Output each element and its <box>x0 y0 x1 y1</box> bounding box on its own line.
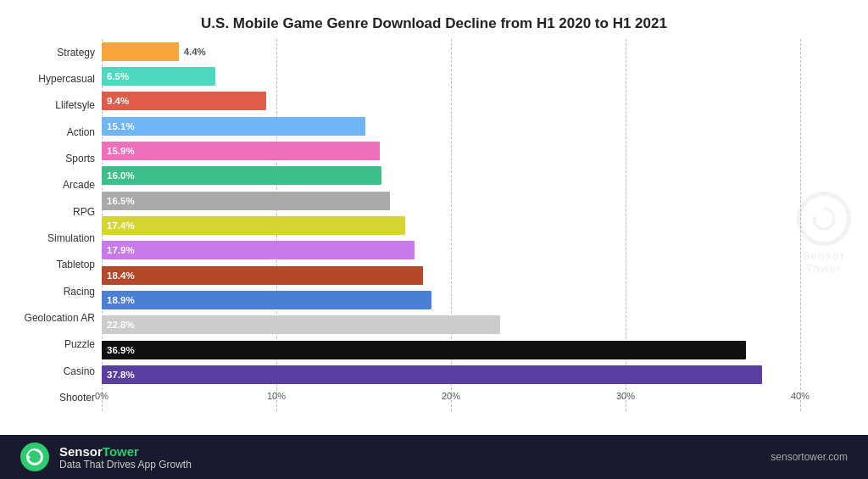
x-tick-20: 20% <box>442 391 460 401</box>
y-label-action: Action <box>8 121 102 143</box>
bar-rpg: 16.5% <box>102 192 390 210</box>
footer-url: sensortower.com <box>771 451 848 463</box>
chart-title: U.S. Mobile Game Genre Download Decline … <box>0 0 868 39</box>
footer: SensorTower Data That Drives App Growth … <box>0 435 868 479</box>
bar-strategy <box>102 42 179 61</box>
bar-row-casino: 36.9% <box>102 339 800 361</box>
watermark: Sensor Tower <box>797 192 851 275</box>
footer-brand: SensorTower Data That Drives App Growth <box>59 444 192 471</box>
bar-row-strategy: 4.4% <box>102 41 800 63</box>
y-label-sports: Sports <box>8 148 102 170</box>
y-label-arcade: Arcade <box>8 174 102 196</box>
bar-row-tabletop: 17.9% <box>102 239 800 261</box>
bar-arcade: 16.0% <box>102 166 381 185</box>
x-tick-10: 10% <box>267 391 286 401</box>
bar-row-rpg: 16.5% <box>102 190 800 212</box>
footer-brand-accent: Tower <box>103 444 139 459</box>
bar-row-arcade: 16.0% <box>102 164 800 187</box>
bar-row-action: 15.1% <box>102 115 800 137</box>
x-tick-30: 30% <box>616 391 635 401</box>
bar-tabletop: 17.9% <box>102 241 415 259</box>
bars-section: 4.4%6.5%9.4%15.1%15.9%16.0%16.5%17.4%17.… <box>102 39 800 435</box>
bar-row-llifetsyle: 9.4% <box>102 90 800 112</box>
bar-value-action: 15.1% <box>107 121 135 131</box>
y-label-shooter: Shooter <box>8 387 102 409</box>
y-label-llifetsyle: Llifetsyle <box>8 94 102 116</box>
y-label-casino: Casino <box>8 360 102 382</box>
bar-value-arcade: 16.0% <box>107 170 135 181</box>
footer-brand-name: SensorTower <box>59 444 192 459</box>
bar-value-hypercasual: 6.5% <box>107 71 129 81</box>
footer-logo <box>20 443 49 471</box>
y-label-simulation: Simulation <box>8 227 102 249</box>
chart-area: StrategyHypercasualLlifetsyleActionSport… <box>0 39 868 435</box>
y-labels: StrategyHypercasualLlifetsyleActionSport… <box>8 39 102 435</box>
bar-row-geolocation-ar: 18.9% <box>102 289 800 311</box>
bar-value-rpg: 16.5% <box>107 196 135 206</box>
bar-value-simulation: 17.4% <box>107 220 135 231</box>
bar-rows: 4.4%6.5%9.4%15.1%15.9%16.0%16.5%17.4%17.… <box>102 39 800 387</box>
x-axis: 0% 10% 20% 30% 40% <box>102 387 800 411</box>
bar-hypercasual: 6.5% <box>102 67 215 86</box>
bar-action: 15.1% <box>102 117 365 136</box>
bar-puzzle: 22.8% <box>102 315 500 334</box>
x-tick-40: 40% <box>791 391 810 401</box>
bar-casino: 36.9% <box>102 341 746 359</box>
x-tick-0: 0% <box>95 391 108 401</box>
bar-row-simulation: 17.4% <box>102 214 800 237</box>
bar-value-shooter: 37.8% <box>107 370 135 380</box>
bar-row-sports: 15.9% <box>102 140 800 162</box>
y-label-racing: Racing <box>8 281 102 303</box>
chart-container: U.S. Mobile Game Genre Download Decline … <box>0 0 868 479</box>
bar-shooter: 37.8% <box>102 365 762 384</box>
y-label-rpg: RPG <box>8 201 102 223</box>
bar-sports: 15.9% <box>102 142 380 160</box>
bar-row-shooter: 37.8% <box>102 364 800 386</box>
bar-value-sports: 15.9% <box>107 146 135 156</box>
bar-geolocation-ar: 18.9% <box>102 291 431 309</box>
bar-value-geolocation-ar: 18.9% <box>107 295 135 305</box>
bar-racing: 18.4% <box>102 266 423 285</box>
footer-tagline: Data That Drives App Growth <box>59 459 192 471</box>
bar-value-racing: 18.4% <box>107 270 135 281</box>
bar-row-racing: 18.4% <box>102 265 800 287</box>
bar-value-tabletop: 17.9% <box>107 245 135 255</box>
y-label-puzzle: Puzzle <box>8 333 102 355</box>
footer-left: SensorTower Data That Drives App Growth <box>20 443 192 471</box>
y-label-strategy: Strategy <box>8 42 102 64</box>
y-label-tabletop: Tabletop <box>8 253 102 276</box>
bar-value-casino: 36.9% <box>107 345 135 355</box>
bar-row-puzzle: 22.8% <box>102 314 800 336</box>
y-label-geolocation-ar: Geolocation AR <box>8 307 102 329</box>
y-label-hypercasual: Hypercasual <box>8 68 102 90</box>
bar-value-puzzle: 22.8% <box>107 320 135 330</box>
bar-llifetsyle: 9.4% <box>102 92 266 110</box>
bar-row-hypercasual: 6.5% <box>102 65 800 87</box>
bar-simulation: 17.4% <box>102 216 405 235</box>
bar-value-strategy: 4.4% <box>184 47 206 57</box>
bar-value-llifetsyle: 9.4% <box>107 96 129 106</box>
